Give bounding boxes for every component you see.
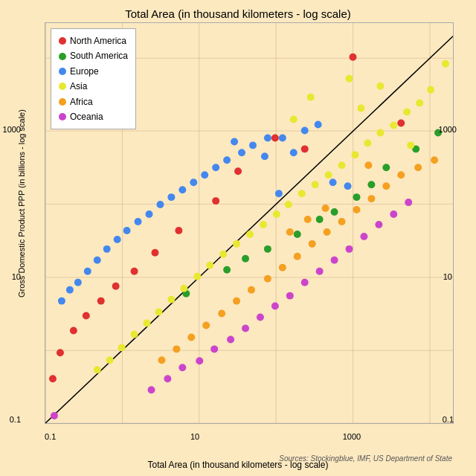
- svg-point-54: [135, 218, 142, 225]
- svg-point-44: [249, 141, 257, 149]
- svg-point-48: [201, 171, 208, 178]
- svg-point-100: [290, 116, 298, 123]
- north-america-dot: [59, 37, 66, 45]
- chart-container: Total Area (in thousand kilometers - log…: [0, 0, 476, 476]
- svg-point-56: [114, 236, 121, 243]
- svg-point-131: [331, 257, 338, 264]
- svg-point-121: [414, 164, 422, 171]
- svg-point-14: [350, 54, 357, 61]
- svg-point-145: [147, 386, 155, 393]
- svg-point-24: [70, 327, 77, 334]
- svg-point-16: [234, 167, 242, 175]
- svg-point-105: [382, 182, 390, 190]
- svg-point-23: [83, 312, 90, 320]
- svg-point-53: [146, 210, 153, 218]
- svg-point-90: [180, 285, 187, 292]
- svg-point-140: [51, 412, 58, 419]
- svg-point-49: [190, 178, 197, 186]
- africa-dot: [59, 98, 66, 106]
- legend-item-north-america: North America: [59, 33, 128, 48]
- svg-point-45: [238, 149, 245, 156]
- svg-point-113: [264, 275, 271, 283]
- svg-point-58: [94, 257, 101, 264]
- svg-point-80: [312, 181, 319, 188]
- svg-point-71: [427, 86, 434, 94]
- svg-point-94: [131, 330, 138, 338]
- svg-point-64: [329, 178, 337, 186]
- svg-point-106: [367, 195, 375, 202]
- svg-point-27: [397, 120, 405, 127]
- africa-label: Africa: [70, 94, 93, 109]
- svg-point-112: [279, 264, 286, 271]
- oceania-label: Oceania: [70, 109, 103, 124]
- svg-point-141: [405, 199, 412, 206]
- svg-point-25: [57, 349, 64, 356]
- svg-point-18: [175, 227, 182, 234]
- oceania-dot: [59, 113, 66, 120]
- svg-point-114: [248, 286, 255, 294]
- svg-point-82: [285, 201, 292, 208]
- svg-point-17: [212, 197, 219, 205]
- svg-point-137: [242, 324, 249, 332]
- legend-item-europe: Europe: [59, 64, 128, 79]
- svg-point-93: [144, 320, 151, 327]
- svg-point-126: [286, 228, 294, 236]
- svg-point-55: [123, 227, 131, 234]
- svg-point-133: [301, 279, 309, 286]
- svg-point-98: [307, 94, 315, 101]
- x-tick-10: 10: [187, 432, 202, 441]
- x-tick-1000: 1000: [341, 432, 363, 441]
- chart-title: Total Area (in thousand kilometers - log…: [0, 0, 476, 20]
- y-tick-0.1: 0.1: [10, 415, 21, 424]
- svg-point-122: [431, 156, 438, 164]
- svg-point-99: [357, 105, 364, 112]
- svg-point-139: [164, 375, 171, 382]
- svg-point-119: [173, 345, 180, 353]
- svg-point-51: [167, 193, 175, 201]
- y-tick-right-0.1: 0.1: [443, 415, 454, 424]
- svg-point-76: [364, 139, 371, 147]
- svg-point-130: [346, 245, 353, 253]
- europe-label: Europe: [70, 64, 99, 79]
- svg-point-117: [202, 322, 210, 329]
- svg-point-116: [218, 310, 225, 318]
- svg-point-101: [407, 141, 414, 149]
- svg-point-89: [193, 273, 201, 280]
- svg-point-38: [223, 266, 231, 274]
- svg-point-62: [58, 298, 65, 305]
- y-tick-right-10: 10: [443, 272, 452, 281]
- svg-point-136: [257, 314, 264, 321]
- svg-point-33: [331, 208, 338, 216]
- y-tick-10: 10: [12, 272, 21, 281]
- legend-item-asia: Asia: [59, 79, 128, 94]
- legend: North America South America Europe Asia …: [51, 28, 136, 129]
- north-america-label: North America: [70, 33, 126, 48]
- legend-item-south-america: South America: [59, 48, 128, 63]
- svg-point-36: [264, 245, 271, 253]
- svg-point-102: [376, 83, 384, 90]
- svg-point-125: [304, 216, 312, 223]
- svg-point-42: [279, 134, 286, 141]
- y-tick-1000: 1000: [3, 125, 21, 134]
- svg-point-63: [315, 121, 322, 129]
- svg-point-86: [233, 240, 240, 248]
- svg-point-21: [112, 283, 120, 290]
- svg-point-66: [290, 149, 298, 156]
- svg-point-30: [382, 164, 390, 171]
- svg-point-32: [353, 193, 360, 201]
- svg-point-110: [309, 240, 316, 248]
- svg-point-78: [338, 161, 346, 169]
- svg-point-69: [275, 190, 283, 197]
- svg-point-72: [416, 100, 423, 107]
- svg-point-87: [219, 251, 227, 258]
- svg-point-134: [286, 292, 294, 300]
- svg-point-109: [324, 228, 331, 236]
- svg-point-67: [231, 138, 238, 145]
- svg-point-142: [210, 345, 218, 353]
- svg-point-73: [403, 109, 411, 116]
- south-america-label: South America: [70, 48, 128, 63]
- svg-point-61: [66, 286, 74, 294]
- svg-point-104: [397, 171, 405, 178]
- svg-point-75: [376, 129, 384, 136]
- svg-point-91: [167, 296, 175, 303]
